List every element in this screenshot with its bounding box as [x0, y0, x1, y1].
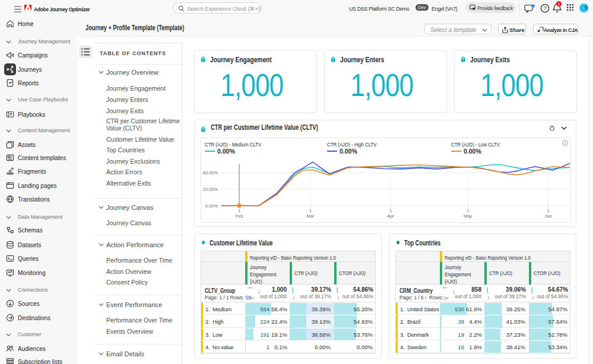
svg-text:Feb: Feb [236, 213, 243, 219]
svg-text:20.00%: 20.00% [203, 187, 218, 192]
svg-text:40.00%: 40.00% [203, 170, 218, 175]
svg-text:Jun: Jun [544, 213, 551, 219]
svg-text:1: 1 [389, 208, 392, 213]
svg-text:0.00%: 0.00% [205, 203, 218, 209]
svg-text:1: 1 [238, 208, 240, 213]
svg-text:Mar: Mar [307, 213, 315, 219]
svg-text:1: 1 [309, 208, 312, 213]
svg-text:May: May [464, 213, 472, 219]
svg-text:1: 1 [467, 208, 469, 213]
svg-text:Apr: Apr [387, 213, 394, 219]
svg-text:?: ? [543, 5, 546, 11]
svg-text:1: 1 [547, 208, 549, 213]
